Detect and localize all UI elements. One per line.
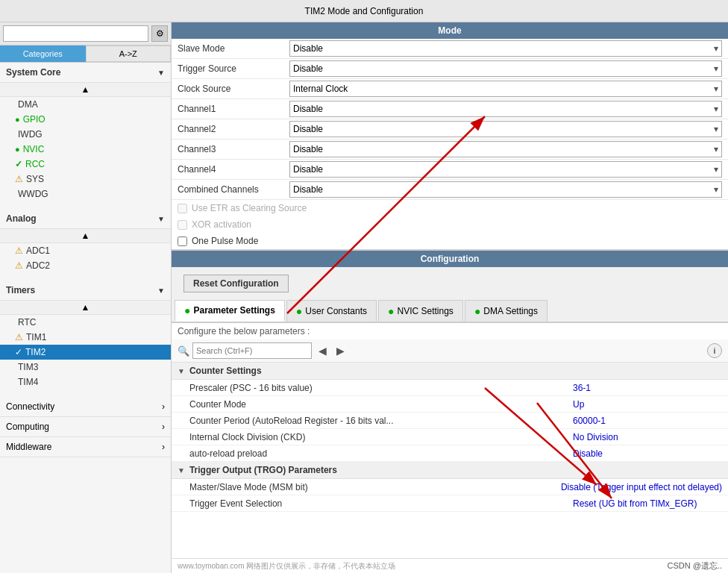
slave-mode-select[interactable]: Disable ▾ xyxy=(289,40,722,57)
channel2-arrow: ▾ xyxy=(714,124,718,134)
params-toolbar: 🔍 ◀ ▶ i xyxy=(172,339,728,363)
channel2-select[interactable]: Disable ▾ xyxy=(289,121,722,137)
params-next-button[interactable]: ▶ xyxy=(333,343,348,358)
sidebar-search-input[interactable] xyxy=(3,25,148,42)
mode-row-trigger: Trigger Source Disable ▾ xyxy=(172,59,728,79)
channel1-select[interactable]: Disable ▾ xyxy=(289,101,722,117)
sidebar-item-adc2[interactable]: ⚠ ADC2 xyxy=(0,258,171,273)
params-info-button[interactable]: i xyxy=(707,343,722,358)
sidebar-item-tim3[interactable]: TIM3 xyxy=(0,360,171,375)
scroll-arrow-up-analog[interactable]: ▲ xyxy=(0,229,171,243)
user-constants-dot: ● xyxy=(296,305,302,317)
analog-label: Analog xyxy=(6,213,37,224)
sidebar-tabs: Categories A->Z xyxy=(0,46,171,63)
sidebar-item-wwdg[interactable]: WWDG xyxy=(0,187,171,201)
rcc-check-icon: ✓ xyxy=(15,159,22,169)
xor-checkbox[interactable] xyxy=(178,220,187,230)
computing-chevron: › xyxy=(162,422,165,432)
nvic-icon: ● xyxy=(15,145,20,154)
tab-dma-settings[interactable]: ● DMA Settings xyxy=(465,300,547,322)
trigger-source-arrow: ▾ xyxy=(714,63,718,74)
analog-chevron: ▼ xyxy=(157,215,165,223)
config-params: Configure the below parameters : 🔍 ◀ ▶ i… xyxy=(172,323,728,573)
mode-row-ch3: Channel3 Disable ▾ xyxy=(172,140,728,160)
sidebar-item-tim2[interactable]: ✓ TIM2 xyxy=(0,345,171,360)
content-wrapper: Mode Slave Mode Disable ▾ Trigger Source… xyxy=(172,22,728,573)
sidebar-item-sys[interactable]: ⚠ SYS xyxy=(0,172,171,187)
tab-nvic-settings[interactable]: ● NVIC Settings xyxy=(378,300,463,322)
tab-user-constants[interactable]: ● User Constants xyxy=(286,300,377,322)
middleware-chevron: › xyxy=(162,442,165,452)
category-analog[interactable]: Analog ▼ xyxy=(0,209,171,229)
param-row-ckd: Internal Clock Division (CKD) No Divisio… xyxy=(172,429,728,445)
config-section: Configuration Reset Configuration ● Para… xyxy=(172,251,728,573)
sidebar-item-gpio[interactable]: ● GPIO xyxy=(0,112,171,127)
tab-categories[interactable]: Categories xyxy=(0,46,86,62)
sidebar-item-tim4[interactable]: TIM4 xyxy=(0,375,171,389)
params-prev-button[interactable]: ◀ xyxy=(315,343,330,358)
param-row-counter-mode: Counter Mode Up xyxy=(172,396,728,413)
params-search-input[interactable] xyxy=(192,342,312,359)
sidebar-item-tim1[interactable]: ⚠ TIM1 xyxy=(0,330,171,345)
mode-checkbox-one-pulse: One Pulse Mode xyxy=(172,233,728,249)
category-connectivity[interactable]: Connectivity › xyxy=(0,397,171,417)
sidebar-content: System Core ▼ ▲ DMA ● GPIO IWDG ● xyxy=(0,63,171,573)
connectivity-label: Connectivity xyxy=(6,401,54,412)
system-core-chevron: ▼ xyxy=(157,69,165,77)
param-row-autoreload: auto-reload preload Disable xyxy=(172,445,728,462)
slave-mode-arrow: ▾ xyxy=(714,43,718,54)
category-computing[interactable]: Computing › xyxy=(0,417,171,437)
watermark-right: CSDN @遗忘.. xyxy=(667,560,722,572)
sidebar-item-rcc[interactable]: ✓ RCC xyxy=(0,157,171,172)
watermark-text: www.toymoban.com 网络图片仅供展示，非存储，不代表本站立场 xyxy=(178,561,395,572)
channel3-select[interactable]: Disable ▾ xyxy=(289,141,722,157)
adc2-warn-icon: ⚠ xyxy=(15,260,23,271)
top-bar-title: TIM2 Mode and Configuration xyxy=(305,6,424,16)
nvic-settings-dot: ● xyxy=(388,305,394,317)
tab-parameter-settings[interactable]: ● Parameter Settings xyxy=(175,300,285,322)
mode-row-slave: Slave Mode Disable ▾ xyxy=(172,39,728,59)
clock-source-select[interactable]: Internal Clock ▾ xyxy=(289,81,722,97)
param-group-counter[interactable]: ▼ Counter Settings xyxy=(172,363,728,380)
trigger-source-select[interactable]: Disable ▾ xyxy=(289,60,722,77)
dma-settings-dot: ● xyxy=(474,305,480,317)
tim2-check-icon: ✓ xyxy=(15,347,22,357)
param-settings-dot: ● xyxy=(184,304,190,316)
category-middleware[interactable]: Middleware › xyxy=(0,437,171,457)
sidebar-item-rtc[interactable]: RTC xyxy=(0,315,171,330)
param-group-trgo[interactable]: ▼ Trigger Output (TRGO) Parameters xyxy=(172,462,728,479)
scroll-arrow-up-timers[interactable]: ▲ xyxy=(0,301,171,315)
sidebar-gear-button[interactable]: ⚙ xyxy=(151,25,168,42)
counter-group-arrow: ▼ xyxy=(178,367,185,375)
config-section-header: Configuration xyxy=(172,251,728,267)
computing-label: Computing xyxy=(6,422,49,432)
top-bar: TIM2 Mode and Configuration xyxy=(0,0,728,22)
config-tabs: ● Parameter Settings ● User Constants ● … xyxy=(172,300,728,323)
sidebar-item-dma[interactable]: DMA xyxy=(0,97,171,112)
category-timers[interactable]: Timers ▼ xyxy=(0,281,171,301)
timers-chevron: ▼ xyxy=(157,286,165,295)
reset-config-button[interactable]: Reset Configuration xyxy=(183,275,289,292)
mode-checkbox-xor: XOR activation xyxy=(172,216,728,233)
category-system-core[interactable]: System Core ▼ xyxy=(0,63,171,83)
sidebar-item-iwdg[interactable]: IWDG xyxy=(0,127,171,142)
param-row-trigger-event: Trigger Event Selection Reset (UG bit fr… xyxy=(172,495,728,512)
param-row-prescaler: Prescaler (PSC - 16 bits value) 36-1 xyxy=(172,380,728,396)
mode-checkbox-etr: Use ETR as Clearing Source xyxy=(172,200,728,216)
one-pulse-checkbox[interactable] xyxy=(178,237,187,246)
sys-warn-icon: ⚠ xyxy=(15,174,23,184)
mode-section: Mode Slave Mode Disable ▾ Trigger Source… xyxy=(172,22,728,251)
etr-checkbox[interactable] xyxy=(178,204,187,213)
system-core-label: System Core xyxy=(6,67,60,78)
param-row-msm: Master/Slave Mode (MSM bit) Disable (Tri… xyxy=(172,479,728,495)
scroll-arrow-up-system[interactable]: ▲ xyxy=(0,83,171,97)
combined-channels-select[interactable]: Disable ▾ xyxy=(289,181,722,198)
trgo-group-arrow: ▼ xyxy=(178,466,185,475)
sidebar-item-adc1[interactable]: ⚠ ADC1 xyxy=(0,243,171,258)
sidebar-item-nvic[interactable]: ● NVIC xyxy=(0,142,171,157)
param-row-counter-period: Counter Period (AutoReload Register - 16… xyxy=(172,413,728,429)
channel4-select[interactable]: Disable ▾ xyxy=(289,161,722,178)
tab-atoz[interactable]: A->Z xyxy=(86,46,172,62)
clock-source-arrow: ▾ xyxy=(714,84,718,94)
timers-label: Timers xyxy=(6,285,35,295)
